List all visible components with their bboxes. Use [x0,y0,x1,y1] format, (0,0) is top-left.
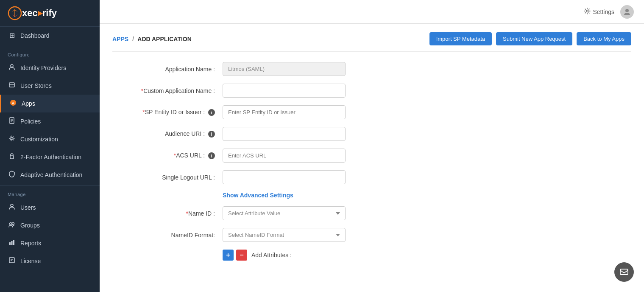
sidebar-item-license-label: License [20,258,41,264]
single-logout-input[interactable] [223,170,346,184]
sidebar-item-reports[interactable]: Reports [0,234,100,252]
acs-url-label: *ACS URL : i [112,152,223,160]
logo-area: xec▸rify [0,0,100,27]
logo-icon [8,6,22,20]
nameid-format-group: NameID Format: Select NameID Format urn:… [112,228,631,242]
sidebar-item-2fa[interactable]: 2-Factor Authentication [0,148,100,166]
add-attribute-plus-button[interactable]: + [223,250,234,261]
sp-entity-group: *SP Entity ID or Issuer : i [112,105,631,119]
application-name-label: Application Name : [112,66,223,73]
gear-icon [584,8,591,16]
sidebar-item-customization[interactable]: Customization [0,130,100,148]
sidebar-item-reports-label: Reports [20,240,41,247]
svg-point-23 [625,9,629,12]
audience-uri-info-icon[interactable]: i [208,131,215,138]
back-to-my-apps-button[interactable]: Back to My Apps [577,32,631,45]
sidebar-item-identity-providers-label: Identity Providers [20,65,66,71]
sp-entity-info-icon[interactable]: i [208,109,215,116]
sp-entity-input[interactable] [223,105,346,119]
import-sp-metadata-button[interactable]: Import SP Metadata [429,32,492,45]
svg-point-14 [10,223,12,225]
audience-uri-group: Audience URI : i [112,127,631,141]
message-fab-button[interactable] [614,262,634,282]
application-name-group: Application Name : [112,62,631,76]
identity-providers-icon [8,64,16,72]
svg-text:A: A [12,101,15,105]
single-logout-label: Single Logout URL : [112,174,223,181]
audience-uri-label: Audience URI : i [112,130,223,138]
svg-point-13 [11,204,13,207]
svg-point-2 [11,65,13,67]
custom-app-name-group: *Custom Application Name : [112,84,631,98]
sidebar-item-license[interactable]: License [0,252,100,270]
sidebar-item-adaptive-auth-label: Adaptive Authentication [20,171,82,178]
name-id-group: *Name ID : Select Attribute Value Email … [112,206,631,220]
groups-icon [8,221,16,230]
topbar: Settings [100,0,644,24]
2fa-icon [8,153,16,161]
svg-rect-19 [9,258,14,263]
svg-point-22 [586,10,588,12]
header-buttons: Import SP Metadata Submit New App Reques… [429,32,631,45]
sidebar-item-apps-label: Apps [22,100,35,107]
svg-rect-24 [620,269,628,275]
manage-section-label: Manage [0,188,100,199]
sidebar-item-customization-label: Customization [20,136,58,143]
acs-url-input[interactable] [223,149,346,163]
breadcrumb-current: ADD APPLICATION [137,36,192,42]
sidebar-item-apps[interactable]: A Apps [0,95,100,112]
svg-point-15 [12,223,14,225]
sidebar-item-policies-label: Policies [20,118,41,125]
custom-app-name-input[interactable] [223,84,346,98]
sidebar-item-dashboard[interactable]: ⊞ Dashboard [0,27,100,44]
topbar-right: Settings [584,5,634,19]
sidebar-item-2fa-label: 2-Factor Authentication [20,154,81,160]
add-attribute-minus-button[interactable]: − [236,250,247,261]
reports-icon [8,239,16,247]
avatar[interactable] [620,5,634,19]
settings-button[interactable]: Settings [584,8,614,16]
name-id-label: *Name ID : [112,210,223,217]
sidebar-item-adaptive-auth[interactable]: Adaptive Authentication [0,166,100,184]
breadcrumb: APPS / ADD APPLICATION [112,36,192,42]
configure-section-label: Configure [0,48,100,59]
nameid-format-select[interactable]: Select NameID Format urn:oasis:names:tc:… [223,228,346,242]
sidebar-item-users[interactable]: Users [0,199,100,216]
page-header: APPS / ADD APPLICATION Import SP Metadat… [112,32,631,52]
main-area: Settings APPS / ADD APPLICATION Import S… [100,0,644,292]
content-inner: APPS / ADD APPLICATION Import SP Metadat… [100,24,644,292]
svg-rect-16 [9,242,11,245]
adaptive-auth-icon [8,171,16,179]
svg-rect-18 [13,240,14,245]
add-attributes-label: Add Attributes : [251,252,292,258]
audience-uri-input[interactable] [223,127,346,141]
single-logout-group: Single Logout URL : [112,170,631,184]
sidebar-item-identity-providers[interactable]: Identity Providers [0,59,100,77]
brand-name: xec▸rify [22,8,57,19]
svg-rect-17 [11,241,13,245]
application-name-input[interactable] [223,62,346,76]
custom-app-name-label: *Custom Application Name : [112,87,223,94]
name-id-select[interactable]: Select Attribute Value Email Username Ph… [223,206,346,220]
sidebar-item-user-stores[interactable]: User Stores [0,77,100,95]
acs-url-info-icon[interactable]: i [208,152,215,159]
breadcrumb-separator: / [132,36,134,42]
sidebar-item-policies[interactable]: Policies [0,112,100,130]
submit-new-app-request-button[interactable]: Submit New App Request [496,32,572,45]
sidebar-item-groups[interactable]: Groups [0,216,100,234]
add-attributes-row: + − Add Attributes : [223,250,631,261]
acs-url-group: *ACS URL : i [112,149,631,163]
breadcrumb-apps-link[interactable]: APPS [112,36,128,42]
svg-rect-12 [10,156,14,159]
show-advanced-settings-link[interactable]: Show Advanced Settings [223,192,631,199]
sidebar-item-groups-label: Groups [20,222,40,229]
apps-icon: A [9,99,17,108]
users-icon [8,203,16,212]
sidebar-item-users-label: Users [20,204,36,211]
sidebar: xec▸rify ⊞ Dashboard Configure Identity … [0,0,100,292]
settings-label: Settings [593,8,614,15]
sp-entity-label: *SP Entity ID or Issuer : i [112,109,223,116]
svg-rect-3 [9,83,14,87]
nameid-format-label: NameID Format: [112,232,223,239]
license-icon [8,257,16,265]
